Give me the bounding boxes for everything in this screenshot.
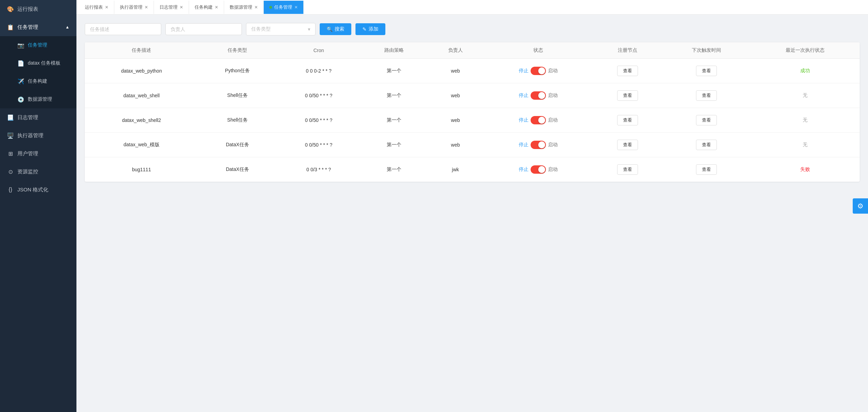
sidebar-item-executor-mgmt[interactable]: 🖥️ 执行器管理 xyxy=(0,126,76,145)
trigger-view-button[interactable]: 查看 xyxy=(696,164,717,175)
sidebar-item-task-mgmt-sub[interactable]: 📷 任务管理 xyxy=(0,36,76,54)
status-toggle[interactable] xyxy=(531,91,546,100)
cell-route: 第一个 xyxy=(361,157,427,182)
node-view-button[interactable]: 查看 xyxy=(617,66,638,76)
col-node: 注册节点 xyxy=(593,42,663,59)
cell-cron: 0 0/50 * * * ? xyxy=(277,108,360,133)
cell-last-status: 无 xyxy=(751,83,860,108)
status-toggle[interactable] xyxy=(531,165,546,174)
node-view-button[interactable]: 查看 xyxy=(617,90,638,101)
tab-run-report[interactable]: 运行报表 ✕ xyxy=(79,1,114,14)
sidebar-item-task-mgmt[interactable]: 📋 任务管理 ▲ xyxy=(0,18,76,36)
task-table: 任务描述 任务类型 Cron 路由策略 负责人 状态 注册节点 下次触发时间 最… xyxy=(85,42,860,182)
sidebar-item-user-mgmt[interactable]: ⊞ 用户管理 xyxy=(0,145,76,163)
add-icon: ✎ xyxy=(362,26,367,32)
trigger-view-button[interactable]: 查看 xyxy=(696,66,717,76)
sidebar-item-datax-template[interactable]: 📄 datax 任务模板 xyxy=(0,54,76,72)
sidebar-item-report[interactable]: 🎨 运行报表 xyxy=(0,0,76,18)
col-task-name: 任务描述 xyxy=(85,42,198,59)
tab-close-icon[interactable]: ✕ xyxy=(145,5,148,10)
tab-close-icon[interactable]: ✕ xyxy=(254,5,258,10)
col-owner: 负责人 xyxy=(427,42,484,59)
trigger-view-button[interactable]: 查看 xyxy=(696,115,717,125)
cell-task-type: DataX任务 xyxy=(198,133,277,157)
status-toggle[interactable] xyxy=(531,141,546,149)
sidebar-item-label: 任务构建 xyxy=(28,78,47,84)
cell-status: 停止 启动 xyxy=(483,157,592,182)
report-icon: 🎨 xyxy=(7,6,14,13)
float-settings-button[interactable]: ⚙ xyxy=(853,198,868,214)
cell-route: 第一个 xyxy=(361,133,427,157)
sidebar-item-resource-monitor[interactable]: ⊙ 资源监控 xyxy=(0,163,76,181)
cell-trigger-time: 查看 xyxy=(662,108,750,133)
cell-task-type: Shell任务 xyxy=(198,108,277,133)
search-button[interactable]: 🔍 搜索 xyxy=(320,23,351,35)
gear-icon: ⚙ xyxy=(857,202,863,210)
node-view-button[interactable]: 查看 xyxy=(617,115,638,125)
cell-last-status: 失败 xyxy=(751,157,860,182)
trigger-view-button[interactable]: 查看 xyxy=(696,90,717,101)
cell-cron: 0 0/3 * * * ? xyxy=(277,157,360,182)
status-toggle[interactable] xyxy=(531,67,546,75)
cell-task-name: datax_web_python xyxy=(85,59,198,83)
start-label: 启动 xyxy=(548,117,558,123)
cell-owner: jwk xyxy=(427,157,484,182)
tab-label: 任务管理 xyxy=(274,4,292,10)
task-build-icon: ✈️ xyxy=(17,78,24,85)
trigger-view-button[interactable]: 查看 xyxy=(696,140,717,150)
stop-button[interactable]: 停止 xyxy=(519,166,529,173)
sidebar-submenu: 📷 任务管理 📄 datax 任务模板 ✈️ 任务构建 💿 数据源管理 xyxy=(0,36,76,108)
sidebar-item-json-format[interactable]: {} JSON 格式化 xyxy=(0,181,76,199)
cell-node: 查看 xyxy=(593,108,663,133)
cell-owner: web xyxy=(427,83,484,108)
cell-cron: 0 0/50 * * * ? xyxy=(277,133,360,157)
stop-button[interactable]: 停止 xyxy=(519,117,529,123)
resource-icon: ⊙ xyxy=(7,168,14,175)
tab-task-build[interactable]: 任务构建 ✕ xyxy=(189,1,224,14)
tab-close-icon[interactable]: ✕ xyxy=(215,5,218,10)
stop-button[interactable]: 停止 xyxy=(519,142,529,148)
tab-log-mgmt[interactable]: 日志管理 ✕ xyxy=(154,1,189,14)
tab-task-mgmt[interactable]: 任务管理 ✕ xyxy=(264,1,304,14)
tab-label: 数据源管理 xyxy=(230,4,252,10)
tab-label: 任务构建 xyxy=(195,4,213,10)
search-owner-input[interactable] xyxy=(165,23,242,35)
cell-cron: 0 0 0-2 * * ? xyxy=(277,59,360,83)
tab-close-icon[interactable]: ✕ xyxy=(180,5,183,10)
cell-last-status: 无 xyxy=(751,133,860,157)
cell-owner: web xyxy=(427,59,484,83)
cell-task-type: Shell任务 xyxy=(198,83,277,108)
tab-label: 运行报表 xyxy=(85,4,103,10)
tab-bar: 运行报表 ✕ 执行器管理 ✕ 日志管理 ✕ 任务构建 ✕ 数据源管理 ✕ 任务管… xyxy=(76,0,868,15)
status-toggle[interactable] xyxy=(531,116,546,124)
search-task-input[interactable] xyxy=(85,23,161,35)
sidebar-item-label: 数据源管理 xyxy=(28,96,52,102)
task-type-select[interactable]: 任务类型 ▾ xyxy=(246,23,316,35)
node-view-button[interactable]: 查看 xyxy=(617,140,638,150)
sidebar-item-datasource[interactable]: 💿 数据源管理 xyxy=(0,90,76,108)
cell-node: 查看 xyxy=(593,59,663,83)
sidebar-item-label: datax 任务模板 xyxy=(28,60,60,66)
col-status: 状态 xyxy=(483,42,592,59)
stop-button[interactable]: 停止 xyxy=(519,92,529,99)
cell-owner: web xyxy=(427,133,484,157)
template-icon: 📄 xyxy=(17,60,24,67)
active-dot-icon xyxy=(269,6,272,9)
tab-close-icon[interactable]: ✕ xyxy=(294,5,298,10)
sidebar-item-task-build[interactable]: ✈️ 任务构建 xyxy=(0,72,76,90)
start-label: 启动 xyxy=(548,142,558,148)
cell-status: 停止 启动 xyxy=(483,59,592,83)
stop-button[interactable]: 停止 xyxy=(519,68,529,74)
cell-owner: web xyxy=(427,108,484,133)
node-view-button[interactable]: 查看 xyxy=(617,164,638,175)
table-row: bug1111 DataX任务 0 0/3 * * * ? 第一个 jwk 停止… xyxy=(85,157,860,182)
sidebar-item-log-mgmt[interactable]: 📃 日志管理 xyxy=(0,108,76,126)
tab-datasource-mgmt[interactable]: 数据源管理 ✕ xyxy=(224,1,264,14)
tab-executor-mgmt[interactable]: 执行器管理 ✕ xyxy=(114,1,154,14)
tab-close-icon[interactable]: ✕ xyxy=(105,5,108,10)
log-icon: 📃 xyxy=(7,114,14,121)
chevron-up-icon: ▲ xyxy=(65,25,69,30)
add-button[interactable]: ✎ 添加 xyxy=(355,23,385,35)
user-icon: ⊞ xyxy=(7,150,14,157)
table-row: datax_web_shell Shell任务 0 0/50 * * * ? 第… xyxy=(85,83,860,108)
